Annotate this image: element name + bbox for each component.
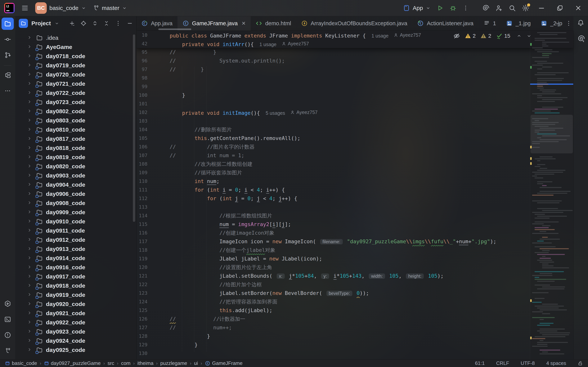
tree-item-day0920-code[interactable]: day0920_code bbox=[15, 300, 136, 309]
line-number[interactable]: 126 bbox=[136, 315, 147, 323]
chevron-right-icon[interactable] bbox=[27, 256, 32, 261]
tree-item-day0817-code[interactable]: day0817_code bbox=[15, 134, 136, 143]
file-encoding[interactable]: UTF-8 bbox=[521, 360, 535, 366]
tree-item-day0918-code[interactable]: day0918_code bbox=[15, 281, 136, 290]
run-configuration-select[interactable]: App bbox=[403, 4, 431, 12]
chevron-right-icon[interactable] bbox=[27, 311, 32, 316]
tree-item-day0917-code[interactable]: day0917_code bbox=[15, 272, 136, 281]
line-number[interactable]: 95 bbox=[136, 48, 147, 56]
line-number[interactable]: 96 bbox=[136, 56, 147, 65]
code-line-104[interactable]: 104 //删除所有图片 bbox=[136, 125, 530, 134]
tool-problems-button[interactable] bbox=[1, 329, 14, 341]
line-number[interactable]: 123 bbox=[136, 289, 147, 297]
close-tab-icon[interactable]: ✕ bbox=[242, 20, 246, 26]
line-number[interactable]: 115 bbox=[136, 220, 147, 229]
chevron-right-icon[interactable] bbox=[27, 54, 32, 59]
code-line-114[interactable]: 114 //根据二维数组找图片 bbox=[136, 211, 530, 220]
tab-options-icon[interactable] bbox=[565, 20, 572, 27]
prev-problem-icon[interactable] bbox=[516, 33, 522, 39]
breadcrumb-ui[interactable]: ui bbox=[194, 360, 198, 366]
hide-panel-icon[interactable] bbox=[127, 20, 133, 26]
tab--1-jpg[interactable]: _1.jpg bbox=[501, 16, 536, 31]
tree-item-day0803-code[interactable]: day0803_code bbox=[15, 116, 136, 125]
tree-item-day0818-code[interactable]: day0818_code bbox=[15, 143, 136, 153]
code-line-106[interactable]: 106// //图片名字的计数器 bbox=[136, 142, 530, 151]
run-button[interactable] bbox=[436, 4, 444, 12]
tree-item-day0923-code[interactable]: day0923_code bbox=[15, 327, 136, 336]
tree-item-day0802-code[interactable]: day0802_code bbox=[15, 107, 136, 116]
code-line-103[interactable]: 103 bbox=[136, 117, 530, 125]
line-number[interactable]: 10 bbox=[136, 31, 147, 39]
chevron-right-icon[interactable] bbox=[27, 200, 32, 206]
tree-item-day0720-code[interactable]: day0720_code bbox=[15, 70, 136, 79]
tree-item-day0911-code[interactable]: day0911_code bbox=[15, 226, 136, 235]
tree-item-day0912-code[interactable]: day0912_code bbox=[15, 235, 136, 244]
tool-more-button[interactable] bbox=[1, 85, 14, 97]
line-number[interactable]: 116 bbox=[136, 229, 147, 237]
error-stripe-mark[interactable] bbox=[530, 162, 532, 165]
indent-style[interactable]: 4 spaces bbox=[546, 360, 566, 366]
chevron-right-icon[interactable] bbox=[27, 219, 32, 224]
tree-item-day0721-code[interactable]: day0721_code bbox=[15, 79, 136, 88]
code-line-122[interactable]: 122 //给图片加个边框 bbox=[136, 280, 530, 289]
code-line-109[interactable]: 109 //循环嵌套添加图片 bbox=[136, 168, 530, 177]
line-number[interactable]: 101 bbox=[136, 100, 147, 108]
tree-item-day0916-code[interactable]: day0916_code bbox=[15, 263, 136, 272]
tree-item-day0810-code[interactable]: day0810_code bbox=[15, 125, 136, 134]
usages-hint[interactable]: 1 usage bbox=[372, 33, 389, 38]
tree-item-day0924-code[interactable]: day0924_code bbox=[15, 336, 136, 345]
tool-structure-button[interactable] bbox=[1, 69, 14, 81]
line-number[interactable]: 125 bbox=[136, 306, 147, 315]
tree-item-day0723-code[interactable]: day0723_code bbox=[15, 98, 136, 107]
debug-button[interactable] bbox=[449, 4, 457, 12]
tab-actionlistener-java[interactable]: CActionListener.java bbox=[412, 16, 478, 31]
chevron-right-icon[interactable] bbox=[27, 173, 32, 178]
code-line-116[interactable]: 116 //创建imageIcon对象 bbox=[136, 229, 530, 237]
line-number[interactable]: 42 bbox=[136, 39, 147, 48]
line-number[interactable]: 119 bbox=[136, 254, 147, 263]
code-line-118[interactable]: 118 //创建一个jlabel对象 bbox=[136, 246, 530, 254]
chevron-right-icon[interactable] bbox=[27, 100, 32, 105]
caret-position[interactable]: 61:1 bbox=[475, 360, 485, 366]
tree-item-day0914-code[interactable]: day0914_code bbox=[15, 254, 136, 263]
notifications-button[interactable] bbox=[575, 17, 587, 29]
line-separator[interactable]: CRLF bbox=[496, 360, 509, 366]
tree-item-day0722-code[interactable]: day0722_code bbox=[15, 88, 136, 98]
code-line-130[interactable]: 130 bbox=[136, 349, 530, 358]
code-line-129[interactable]: 129 } bbox=[136, 340, 530, 349]
code-line-97[interactable]: 97// } bbox=[136, 65, 530, 74]
line-number[interactable]: 113 bbox=[136, 203, 147, 211]
tree-item-day0903-code[interactable]: day0903_code bbox=[15, 171, 136, 180]
line-number[interactable]: 98 bbox=[136, 74, 147, 82]
chevron-right-icon[interactable] bbox=[27, 210, 32, 215]
code-line-101[interactable]: 101 bbox=[136, 100, 530, 108]
breadcrumb-itheima[interactable]: itheima bbox=[138, 360, 154, 366]
code-editor[interactable]: 95// }96// System.out.println();97// }98… bbox=[136, 48, 530, 359]
code-line-120[interactable]: 120 //设置图片位于左上角 bbox=[136, 263, 530, 272]
line-number[interactable]: 114 bbox=[136, 211, 147, 220]
line-number[interactable]: 128 bbox=[136, 332, 147, 340]
tree-item-day0922-code[interactable]: day0922_code bbox=[15, 318, 136, 327]
tree-item-day0718-code[interactable]: day0718_code bbox=[15, 52, 136, 61]
chevron-right-icon[interactable] bbox=[27, 63, 32, 68]
line-number[interactable]: 99 bbox=[136, 82, 147, 91]
tree-item-day0820-code[interactable]: day0820_code bbox=[15, 162, 136, 171]
line-number[interactable]: 129 bbox=[136, 340, 147, 349]
chevron-down-icon[interactable] bbox=[54, 21, 59, 26]
expand-all-icon[interactable] bbox=[92, 20, 98, 26]
main-menu-icon[interactable] bbox=[21, 4, 29, 12]
line-number[interactable]: 100 bbox=[136, 91, 147, 100]
breadcrumb-com[interactable]: com bbox=[121, 360, 130, 366]
code-line-102[interactable]: 102 private void initImage(){5 usagesAye… bbox=[136, 108, 530, 117]
tree-item-day0906-code[interactable]: day0906_code bbox=[15, 189, 136, 199]
code-line-125[interactable]: 125 this.add(jLabel); bbox=[136, 306, 530, 315]
chevron-right-icon[interactable] bbox=[27, 44, 32, 50]
tool-project-button[interactable] bbox=[1, 17, 14, 30]
tree-item-day0921-code[interactable]: day0921_code bbox=[15, 309, 136, 318]
code-line-107[interactable]: 107// int num = 1; bbox=[136, 151, 530, 160]
code-line-119[interactable]: 119 JLabel jLabel = new JLabel(icon); bbox=[136, 254, 530, 263]
code-line-127[interactable]: 127// num++; bbox=[136, 323, 530, 332]
tab-scrollbar[interactable] bbox=[158, 28, 191, 30]
chevron-right-icon[interactable] bbox=[27, 164, 32, 169]
tool-git-button[interactable] bbox=[1, 345, 14, 357]
